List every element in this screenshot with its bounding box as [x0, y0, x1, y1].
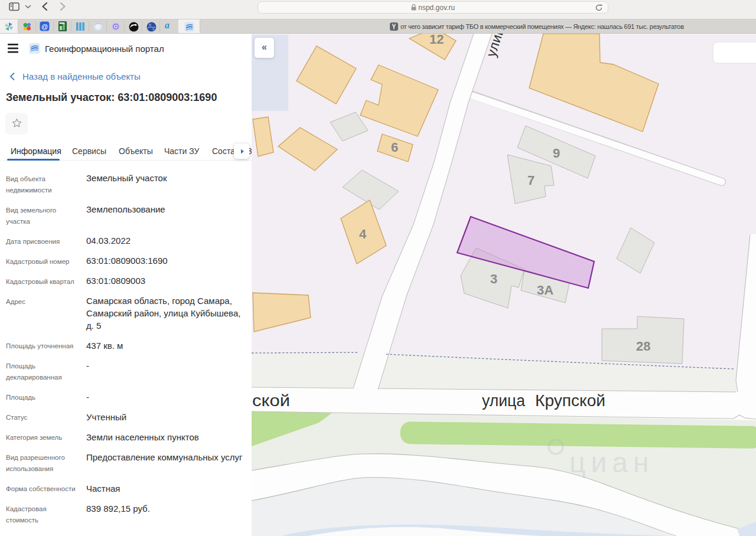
svg-text:3: 3 [490, 272, 497, 286]
svg-text:Крупской: Крупской [535, 392, 605, 410]
svg-text:9: 9 [553, 146, 560, 161]
svg-text:6: 6 [391, 140, 398, 155]
svg-text:улица: улица [482, 392, 526, 410]
svg-text:7: 7 [527, 173, 535, 188]
svg-text:ской: ской [252, 392, 290, 410]
svg-text:циан: циан [569, 447, 654, 478]
svg-text:@: @ [41, 23, 48, 30]
svg-text:12: 12 [429, 34, 444, 47]
svg-text:4: 4 [359, 227, 367, 241]
svg-text:3А: 3А [537, 283, 553, 298]
svg-text:28: 28 [636, 339, 650, 354]
